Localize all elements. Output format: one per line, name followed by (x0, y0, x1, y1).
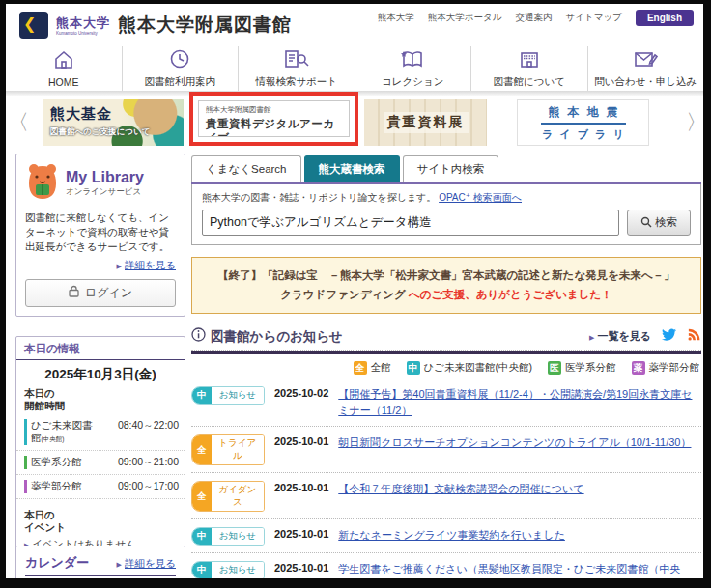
calendar-box: カレンダー 詳細を見る 2025年10月 (15, 546, 185, 588)
university-name: 熊本大学 (56, 15, 110, 30)
news-list-link[interactable]: 一覧を見る (589, 329, 651, 344)
banner-fund[interactable]: 熊大基金 図書館へのご支援について (43, 99, 184, 146)
document-search-icon (283, 48, 310, 73)
main-content: くまなくSearch 熊大蔵書検索 サイト内検索 熊本大学の図書・雑誌・リポジト… (191, 155, 701, 588)
utility-links: 熊本大学 熊本大学ポータル 交通案内 サイトマップ English (378, 10, 694, 26)
page: 熊本大学 Kumamoto University 熊本大学附属図書館 熊本大学 … (0, 0, 711, 588)
mail-pencil-icon (633, 48, 658, 73)
search-description: 熊本大学の図書・雑誌・リポジトリ論文を探します。 OPAC⁺ 検索画面へ (202, 191, 691, 205)
login-button[interactable]: ログイン (25, 279, 176, 307)
news-legend: 全全館 中ひご未来図書館(中央館) 医医学系分館 薬薬学部分館 (191, 361, 701, 375)
pharmacy-color-bar (24, 480, 27, 493)
legend-all-badge: 全 (354, 361, 367, 375)
news-item: 中お知らせ 2025-10-02 【開催予告】第40回貴重資料展（11/2-4）… (191, 378, 701, 427)
global-nav: HOME 図書館利用案内 情報検索サポート コレクション 図書館について 問い合… (6, 46, 703, 91)
notice-line2-thanks: へのご支援、ありがとうございました！ (409, 289, 612, 300)
tab-kumanaku-search[interactable]: くまなくSearch (191, 155, 301, 182)
today-info-title: 本日の情報 (16, 337, 185, 360)
news-link[interactable]: 新たなネーミングライツ事業契約を行いました (338, 527, 565, 544)
nav-search-support[interactable]: 情報検索サポート (238, 46, 355, 91)
sidebar: My Library オンラインサービス 図書館に来館しなくても、インターネット… (15, 154, 185, 578)
my-library-detail-link[interactable]: 詳細を見る (25, 259, 176, 272)
header: 熊本大学 Kumamoto University 熊本大学附属図書館 熊本大学 … (6, 4, 703, 46)
news-rule (191, 350, 701, 354)
calendar-title[interactable]: カレンダー (25, 554, 89, 572)
nav-about-library[interactable]: 図書館について (470, 46, 587, 91)
today-info-box: 本日の情報 2025年10月3日(金) 本日の 開館時間 ひご未来図書館(中央館… (15, 336, 185, 564)
building-icon (518, 48, 541, 73)
news-link[interactable]: 学生図書をご推薦ください（黒髪地区教員限定・ひご未来図書館（中央館））［R7.1… (338, 561, 701, 588)
my-library-title: My Library (66, 169, 144, 186)
medical-color-bar (24, 456, 27, 469)
news-badge: 中お知らせ (191, 527, 265, 546)
rss-icon[interactable] (687, 327, 701, 346)
news-item: 全トライアル 2025-10-01 朝日新聞クロスサーチオプションコンテンツのト… (191, 427, 701, 473)
university-logo-icon (19, 12, 48, 39)
bear-mascot-icon (25, 162, 60, 205)
site-logo[interactable]: 熊本大学 Kumamoto University 熊本大学附属図書館 (19, 12, 292, 39)
news-item: 中お知らせ 2025-10-01 新たなネーミングライツ事業契約を行いました (191, 519, 701, 553)
news-header: 図書館からのお知らせ 一覧を見る (191, 327, 701, 346)
nav-library-guide[interactable]: 図書館利用案内 (122, 46, 239, 91)
news-badge: 中お知らせ (191, 386, 265, 405)
today-hours-title: 本日の 開館時間 (16, 385, 185, 414)
search-panel: 熊本大学の図書・雑誌・リポジトリ論文を探します。 OPAC⁺ 検索画面へ 検索 (191, 184, 701, 245)
notice-line1: 【終了】「記録は宝 －熊本大学「松井家文書」宮本武蔵の記述と新たな発見を未来へ－… (217, 269, 674, 281)
hours-row-pharmacy: 薬学部分館 09:00～17:00 (16, 475, 185, 499)
carousel-next-icon[interactable]: 〉 (686, 107, 701, 138)
banner-carousel: 〈 熊大基金 図書館へのご支援について 熊本大学附属図書館 貴重資料デジタルアー… (6, 96, 703, 151)
hours-row-central: ひご未来図書館(中央館) 08:40～22:00 (16, 414, 185, 450)
tab-catalog-search[interactable]: 熊大蔵書検索 (304, 155, 400, 182)
university-name-en: Kumamoto University (56, 32, 110, 37)
today-events-title: 本日の イベント (16, 507, 185, 536)
my-library-description: 図書館に来館しなくても、インターネットで資料の取寄せや貸出延長ができるサービスで… (25, 210, 176, 255)
link-sitemap[interactable]: サイトマップ (566, 12, 622, 24)
link-portal[interactable]: 熊本大学ポータル (428, 12, 502, 24)
magnifier-icon (640, 216, 652, 230)
legend-medical-badge: 医 (548, 361, 561, 375)
clock-icon (169, 48, 190, 73)
calendar-detail-link[interactable]: 詳細を見る (117, 557, 176, 571)
news-badge: 全ガイダンス (191, 481, 265, 512)
search-button[interactable]: 検索 (627, 210, 691, 236)
legend-pharmacy-badge: 薬 (632, 361, 645, 375)
legend-central-badge: 中 (407, 361, 420, 375)
hours-row-medical: 医学系分館 09:00～21:00 (16, 451, 185, 475)
my-library-subtitle: オンラインサービス (66, 186, 144, 198)
banner-digital-archive[interactable]: 熊本大学附属図書館 貴重資料デジタルアーカイブ (198, 100, 350, 137)
news-link[interactable]: 朝日新聞クロスサーチオプションコンテンツのトライアル（10/1-11/30） (338, 434, 691, 451)
site-title: 熊本大学附属図書館 (118, 13, 292, 38)
news-link[interactable]: 【開催予告】第40回貴重資料展（11/2-4）・公開講演会/第19回永青文庫セミ… (338, 386, 701, 419)
news-badge: 全トライアル (191, 434, 265, 465)
banner-earthquake-library[interactable]: 熊本地震 ライブラリ (517, 99, 649, 146)
today-date: 2025年10月3日(金) (16, 360, 185, 385)
news-item: 全ガイダンス 2025-10-01 【令和７年度後期】文献検索講習会の開催につい… (191, 473, 701, 519)
tab-site-search[interactable]: サイト内検索 (403, 155, 499, 182)
info-icon (191, 327, 206, 346)
opac-link[interactable]: OPAC⁺ 検索画面へ (439, 192, 522, 203)
search-input[interactable] (202, 210, 619, 236)
my-library-box: My Library オンラインサービス 図書館に来館しなくても、インターネット… (15, 154, 185, 317)
home-icon (52, 49, 75, 74)
twitter-icon[interactable] (661, 327, 677, 346)
news-badge: 中お知らせ (191, 561, 265, 579)
carousel-prev-icon[interactable]: 〈 (8, 107, 23, 138)
lock-icon (69, 285, 79, 300)
book-star-icon (399, 48, 426, 73)
news-title: 図書館からのお知らせ (211, 328, 343, 346)
central-color-bar (24, 419, 27, 444)
link-university[interactable]: 熊本大学 (378, 12, 414, 24)
link-access[interactable]: 交通案内 (516, 12, 553, 24)
banner-rare-materials[interactable]: 貴重資料展 (364, 99, 487, 146)
nav-collection[interactable]: コレクション (355, 46, 471, 91)
search-tabs: くまなくSearch 熊大蔵書検索 サイト内検索 (191, 155, 701, 182)
english-button[interactable]: English (636, 10, 694, 26)
nav-contact[interactable]: 問い合わせ・申し込み (587, 46, 704, 91)
calendar-month: 2025年10月 (25, 576, 176, 588)
news-link[interactable]: 【令和７年度後期】文献検索講習会の開催について (338, 481, 583, 497)
notice-line2-label: クラウドファンディング (280, 289, 405, 300)
news-list: 中お知らせ 2025-10-02 【開催予告】第40回貴重資料展（11/2-4）… (191, 378, 701, 588)
highlight-annotation: 熊本大学附属図書館 貴重資料デジタルアーカイブ (189, 92, 358, 146)
nav-home[interactable]: HOME (6, 46, 122, 91)
crowdfunding-notice: 【終了】「記録は宝 －熊本大学「松井家文書」宮本武蔵の記述と新たな発見を未来へ－… (191, 257, 701, 314)
